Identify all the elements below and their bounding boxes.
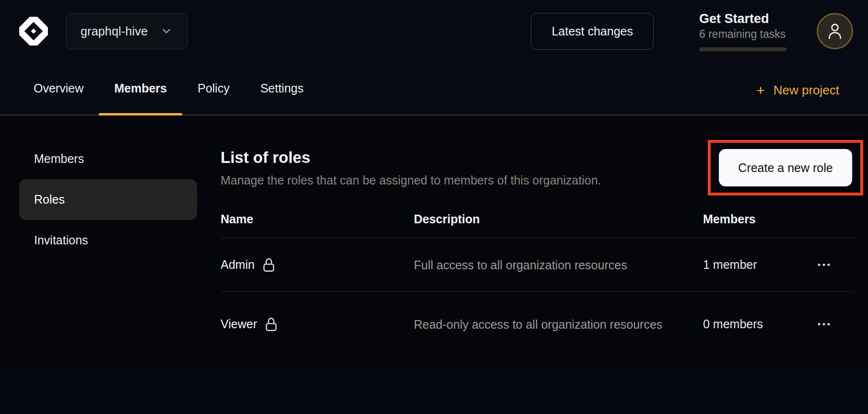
create-new-role-button[interactable]: Create a new role <box>719 149 852 186</box>
organization-selector[interactable]: graphql-hive <box>66 13 188 49</box>
role-name-cell: Viewer <box>221 317 414 332</box>
get-started-title: Get Started <box>699 11 786 26</box>
chevron-down-icon <box>160 25 173 37</box>
tab-policy[interactable]: Policy <box>182 62 245 115</box>
latest-changes-button[interactable]: Latest changes <box>531 13 654 50</box>
tab-overview[interactable]: Overview <box>18 62 99 115</box>
tabs: Overview Members Policy Settings <box>18 62 319 115</box>
plus-icon: + <box>756 83 765 98</box>
row-menu-button[interactable]: ••• <box>817 258 833 272</box>
role-description: Read-only access to all organization res… <box>414 317 703 332</box>
tab-settings[interactable]: Settings <box>245 62 319 115</box>
column-header-description: Description <box>414 212 703 226</box>
column-header-name: Name <box>221 212 414 226</box>
org-tab-bar: Overview Members Policy Settings + New p… <box>0 62 868 115</box>
table-row-viewer: Viewer Read-only access to all organizat… <box>221 292 854 356</box>
column-header-members: Members <box>703 212 817 226</box>
person-icon <box>826 22 844 40</box>
roles-table: Name Description Members Admin <box>221 201 854 356</box>
sidebar-item-members[interactable]: Members <box>19 138 197 179</box>
role-members-count: 1 member <box>703 258 817 272</box>
row-menu-button[interactable]: ••• <box>817 317 833 331</box>
tab-members[interactable]: Members <box>99 62 182 115</box>
sidebar-item-invitations[interactable]: Invitations <box>19 220 197 261</box>
lock-icon <box>265 317 278 332</box>
new-project-label: New project <box>774 83 839 98</box>
annotation-highlight-box: Create a new role <box>708 140 863 196</box>
sidebar-item-roles[interactable]: Roles <box>19 179 197 220</box>
hive-logo-icon[interactable] <box>17 14 50 48</box>
role-name-cell: Admin <box>221 257 414 272</box>
top-bar: graphql-hive Latest changes Get Started … <box>0 0 868 62</box>
get-started-remaining-tasks: 6 remaining tasks <box>699 27 786 41</box>
organization-name: graphql-hive <box>81 24 148 38</box>
user-avatar[interactable] <box>817 13 853 49</box>
get-started-widget[interactable]: Get Started 6 remaining tasks <box>699 11 786 51</box>
new-project-button[interactable]: + New project <box>756 62 839 115</box>
page: graphql-hive Latest changes Get Started … <box>0 0 868 414</box>
table-header-row: Name Description Members <box>221 201 854 238</box>
role-members-count: 0 members <box>703 317 817 331</box>
role-name: Admin <box>221 258 255 272</box>
lock-icon <box>262 257 275 272</box>
role-description: Full access to all organization resource… <box>414 257 703 273</box>
table-row-admin: Admin Full access to all organization re… <box>221 238 854 292</box>
members-sidebar: Members Roles Invitations <box>0 115 201 365</box>
role-name: Viewer <box>221 317 257 331</box>
get-started-progress-bar <box>699 47 786 51</box>
